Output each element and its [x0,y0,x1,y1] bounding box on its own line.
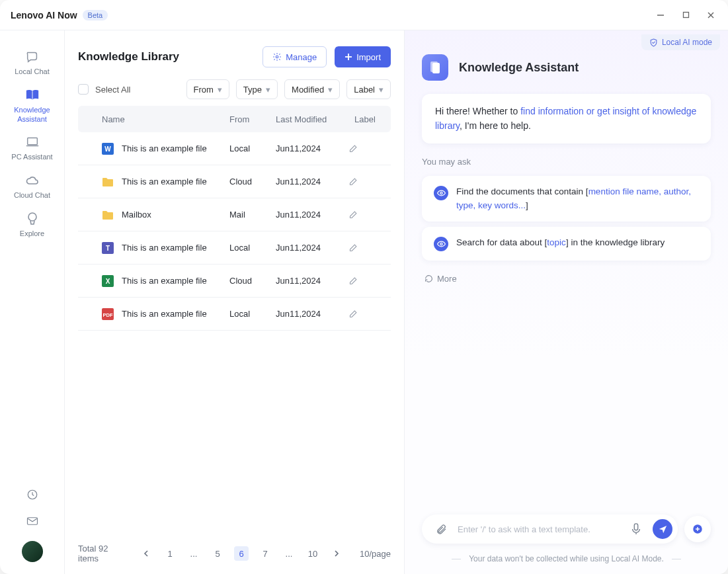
file-name: This is an example file [122,243,207,253]
app-title: Lenovo AI Now [11,10,77,20]
pagination-page[interactable]: 1 [163,546,177,561]
assistant-title: Knowledge Assistant [459,61,579,75]
assistant-logo-icon [422,54,448,81]
minimize-button[interactable] [654,9,667,22]
file-modified: Jun11,2024 [276,276,348,286]
pagination-page[interactable]: 5 [210,546,225,561]
ai-mode-label: Local AI mode [662,38,712,47]
avatar[interactable] [22,541,43,562]
pagination-page[interactable]: 7 [258,546,272,561]
manage-button[interactable]: Manage [263,46,327,67]
greeting-post: , I'm here to help. [460,120,531,131]
suggestion-post: ] in the knowledge library [566,237,665,247]
page-title: Knowledge Library [78,50,179,63]
table-row[interactable]: XThis is an example fileCloudJun11,2024 [78,265,391,298]
svg-point-23 [440,243,442,245]
pagination: Total 92 items 1...567...10 10/page [78,534,391,566]
mail-button[interactable] [22,511,43,532]
file-from: Cloud [229,276,276,286]
file-modified: Jun11,2024 [276,144,348,153]
filter-modified[interactable]: Modified▾ [284,79,340,99]
filter-from[interactable]: From▾ [186,79,229,99]
beta-badge: Beta [83,10,108,20]
filter-type[interactable]: Type▾ [236,79,278,99]
history-button[interactable] [22,484,43,505]
col-from: From [229,114,276,124]
pagination-prev[interactable] [139,546,153,561]
edit-label-button[interactable] [348,177,382,186]
sidebar-item-explore[interactable]: Explore [6,204,59,243]
pagination-page[interactable]: 6 [234,546,249,561]
shield-icon [649,38,658,47]
suggestion-pre: Search for data about [ [456,237,547,247]
chevron-down-icon: ▾ [218,85,222,95]
pagination-next[interactable] [329,546,344,561]
pagination-page[interactable]: 10 [305,546,320,561]
select-all-checkbox[interactable] [78,84,89,95]
file-modified: Jun11,2024 [276,177,348,186]
file-from: Local [229,144,276,153]
table-row[interactable]: PDFThis is an example fileLocalJun11,202… [78,298,391,331]
suggestion-post: ] [526,200,528,210]
svg-point-6 [28,213,36,221]
table-row[interactable]: MailboxMailJun11,2024 [78,198,391,231]
per-page[interactable]: 10/page [360,549,391,559]
you-may-ask-label: You may ask [422,157,711,167]
edit-label-button[interactable] [348,309,382,319]
suggestion-item[interactable]: Search for data about [topic] in the kno… [422,227,711,261]
chat-icon [24,49,40,65]
book-icon [24,87,40,103]
file-modified: Jun11,2024 [276,309,348,319]
file-from: Local [229,309,276,319]
chevron-down-icon: ▾ [266,85,270,95]
file-icon [102,176,114,188]
file-from: Local [229,243,276,253]
edit-label-button[interactable] [348,276,382,286]
sidebar-item-pc-assistant[interactable]: PC Assistant [6,128,59,166]
import-button[interactable]: Import [335,46,391,67]
suggestion-item[interactable]: Find the documents that contain [mention… [422,176,711,222]
select-all-label: Select All [95,85,130,95]
file-modified: Jun11,2024 [276,243,348,253]
table-row[interactable]: TThis is an example fileLocalJun11,2024 [78,231,391,265]
svg-text:PDF: PDF [103,311,113,317]
import-label: Import [356,52,381,62]
file-name: This is an example file [122,309,207,319]
close-button[interactable] [704,9,717,22]
sidebar-item-knowledge-assistant[interactable]: Knowledge Assistant [6,81,59,128]
chat-input[interactable] [458,524,620,534]
maximize-button[interactable] [679,9,692,22]
sidebar-item-label: Explore [20,229,44,239]
sidebar: Local Chat Knowledge Assistant PC Assist… [0,30,65,574]
disclaimer: Your data won't be collected while using… [405,549,728,574]
svg-text:W: W [104,145,111,153]
edit-label-button[interactable] [348,144,382,153]
edit-label-button[interactable] [348,210,382,220]
file-modified: Jun11,2024 [276,210,348,220]
sidebar-item-local-chat[interactable]: Local Chat [6,42,59,81]
more-label: More [437,274,457,284]
new-chat-button[interactable] [684,516,711,542]
file-icon: X [102,275,114,287]
table-row[interactable]: This is an example fileCloudJun11,2024 [78,165,391,198]
mic-button[interactable] [626,519,646,539]
greeting-card: Hi there! Whether to find information or… [422,94,711,144]
file-name: This is an example file [122,144,207,153]
sidebar-item-label: Knowledge Assistant [6,106,59,124]
send-button[interactable] [653,519,672,539]
assistant-pane: Local AI mode Knowledge Assistant Hi the… [405,30,728,574]
more-button[interactable]: More [425,274,708,284]
pagination-total: Total 92 items [78,544,123,563]
sidebar-item-cloud-chat[interactable]: Cloud Chat [6,166,59,204]
ai-mode-chip[interactable]: Local AI mode [641,34,720,50]
manage-label: Manage [286,52,317,62]
suggestion-placeholder: topic [547,237,566,247]
file-from: Cloud [229,177,276,186]
table-row[interactable]: WThis is an example fileLocalJun11,2024 [78,132,391,165]
svg-text:T: T [106,245,110,252]
attachment-button[interactable] [431,519,451,539]
file-name: This is an example file [122,177,207,186]
edit-label-button[interactable] [348,243,382,253]
filter-label[interactable]: Label▾ [346,79,391,99]
chevron-down-icon: ▾ [379,85,384,95]
